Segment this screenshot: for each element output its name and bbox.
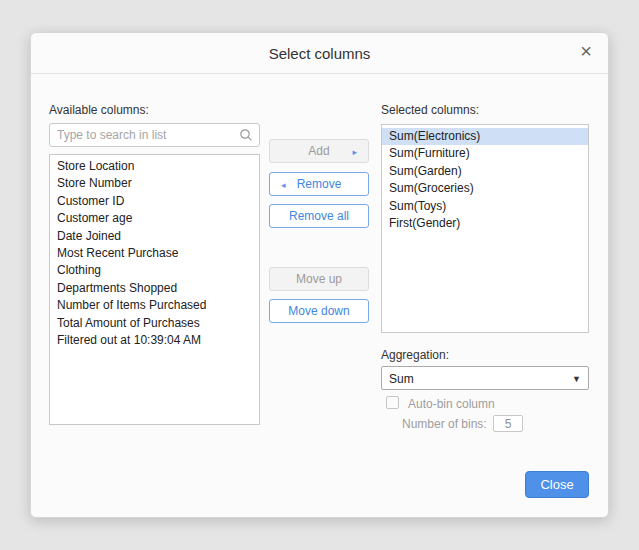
arrow-right-icon: ▸ bbox=[352, 147, 357, 157]
selected-columns-list[interactable]: Sum(Electronics)Sum(Furniture)Sum(Garden… bbox=[381, 124, 589, 333]
list-item[interactable]: Sum(Electronics) bbox=[382, 128, 588, 145]
list-item[interactable]: Most Recent Purchase bbox=[50, 245, 259, 262]
move-down-button[interactable]: Move down bbox=[269, 299, 369, 323]
list-item[interactable]: Sum(Garden) bbox=[382, 163, 588, 180]
list-item[interactable]: Departments Shopped bbox=[50, 280, 259, 297]
list-item[interactable]: Sum(Furniture) bbox=[382, 145, 588, 162]
search-box bbox=[49, 123, 260, 147]
search-icon bbox=[238, 127, 254, 143]
remove-button[interactable]: ◂ Remove bbox=[269, 172, 369, 196]
arrow-left-icon: ◂ bbox=[281, 180, 286, 190]
list-item[interactable]: Clothing bbox=[50, 262, 259, 279]
available-columns-list[interactable]: Store LocationStore NumberCustomer IDCus… bbox=[49, 154, 260, 425]
available-columns-label: Available columns: bbox=[49, 103, 149, 117]
list-item[interactable]: Date Joined bbox=[50, 228, 259, 245]
search-input[interactable] bbox=[50, 124, 259, 146]
list-item[interactable]: Filtered out at 10:39:04 AM bbox=[50, 332, 259, 349]
list-item[interactable]: First(Gender) bbox=[382, 215, 588, 232]
number-of-bins-label: Number of bins: bbox=[402, 417, 487, 431]
auto-bin-label: Auto-bin column bbox=[408, 397, 495, 411]
aggregation-value: Sum bbox=[389, 372, 414, 386]
aggregation-select[interactable]: Sum ▼ bbox=[381, 366, 589, 390]
dialog-title: Select columns bbox=[31, 45, 608, 62]
list-item[interactable]: Sum(Groceries) bbox=[382, 180, 588, 197]
number-of-bins-input[interactable] bbox=[493, 415, 523, 432]
list-item[interactable]: Sum(Toys) bbox=[382, 198, 588, 215]
close-icon[interactable]: × bbox=[580, 41, 592, 61]
auto-bin-checkbox[interactable] bbox=[386, 396, 399, 409]
dialog-header: Select columns × bbox=[31, 33, 608, 74]
list-item[interactable]: Customer age bbox=[50, 210, 259, 227]
select-columns-dialog: Select columns × Available columns: Stor… bbox=[30, 32, 609, 518]
selected-columns-label: Selected columns: bbox=[381, 103, 479, 117]
list-item[interactable]: Number of Items Purchased bbox=[50, 297, 259, 314]
list-item[interactable]: Total Amount of Purchases bbox=[50, 315, 259, 332]
list-item[interactable]: Store Location bbox=[50, 158, 259, 175]
move-up-button[interactable]: Move up bbox=[269, 267, 369, 291]
remove-all-button[interactable]: Remove all bbox=[269, 204, 369, 228]
add-button[interactable]: Add ▸ bbox=[269, 139, 369, 163]
list-item[interactable]: Store Number bbox=[50, 175, 259, 192]
dropdown-arrow-icon: ▼ bbox=[572, 374, 581, 384]
aggregation-label: Aggregation: bbox=[381, 348, 449, 362]
close-button[interactable]: Close bbox=[525, 471, 589, 498]
list-item[interactable]: Customer ID bbox=[50, 193, 259, 210]
